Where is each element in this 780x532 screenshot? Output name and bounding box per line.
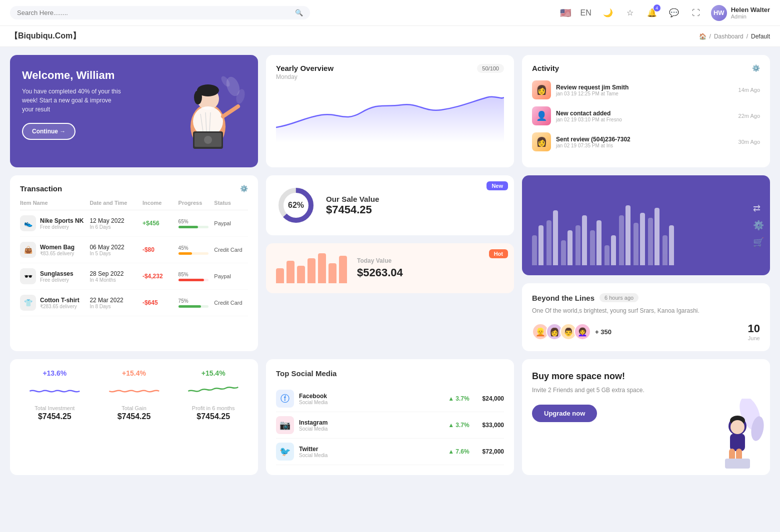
col-date: Date and Time xyxy=(90,200,140,206)
notification-icon[interactable]: 🔔 4 xyxy=(645,6,659,20)
stat-investment: +13.6% Total Investment $7454.25 xyxy=(20,369,90,465)
breadcrumb-separator: / xyxy=(710,33,711,40)
instagram-growth: ▲ 3.7% xyxy=(448,422,469,429)
twitter-icon: 🐦 xyxy=(276,443,294,461)
social-item-twitter: 🐦 Twitter Social Media ▲ 7.6% $72,000 xyxy=(276,439,504,465)
bar-pair-4 xyxy=(576,215,587,265)
beyond-footer: 👱 👩 👨 👩‍🦱 + 350 10 June xyxy=(532,322,760,341)
item-icon-4: 👕 xyxy=(20,295,36,311)
item-name-4: Cotton T-shirt xyxy=(40,297,80,304)
date-1: 12 May 2022 xyxy=(90,217,140,224)
table-row: 🕶️ SunglassesFree delivery 28 Sep 2022In… xyxy=(20,263,248,290)
transaction-settings-icon[interactable]: ⚙️ xyxy=(240,185,248,192)
bar-pair-10 xyxy=(662,225,674,265)
stat-profit: +15.4% Profit in 6 months $7454.25 xyxy=(178,369,248,465)
welcome-card: Welcome, William You have completed 40% … xyxy=(10,55,258,167)
language-label[interactable]: EN xyxy=(579,6,593,20)
facebook-icon: ⓕ xyxy=(276,390,294,408)
activity-info-2: New contact added jan 02 19 03:10 PM at … xyxy=(556,110,734,122)
dark-mode-toggle[interactable]: 🌙 xyxy=(601,6,615,20)
beyond-header: Beyond the Lines 6 hours ago xyxy=(532,293,760,302)
breadcrumb-current: Default xyxy=(751,33,770,40)
col-progress: Progress xyxy=(178,200,212,206)
date-sub-2: In 5 Days xyxy=(90,251,140,256)
bar-7 xyxy=(339,256,347,283)
donut-chart: 62% xyxy=(276,185,316,225)
top-navigation: 🔍 🇺🇸 EN 🌙 ☆ 🔔 4 💬 ⛶ HW Helen Walter Admi… xyxy=(0,0,780,26)
instagram-icon: 📷 xyxy=(276,416,294,434)
middle-column: New 62% Our Sale Value $7454.25 Hot xyxy=(266,175,514,351)
table-row: 👟 Nike Sports NKFree delivery 12 May 202… xyxy=(20,210,248,237)
stat-label-2: Total Gain xyxy=(122,405,146,411)
col-status: Status xyxy=(214,200,248,206)
hot-badge: Hot xyxy=(489,249,508,258)
search-icon: 🔍 xyxy=(295,9,303,16)
stat-gain: +15.4% Total Gain $7454.25 xyxy=(100,369,169,465)
social-item-instagram: 📷 Instagram Social Media ▲ 3.7% $33,000 xyxy=(276,412,504,439)
bottom-row: +13.6% Total Investment $7454.25 +15.4% … xyxy=(0,359,780,483)
bar-pair-9 xyxy=(648,208,660,265)
social-title: Top Social Media xyxy=(276,369,504,378)
twitter-name: Twitter xyxy=(299,446,328,453)
twitter-amount: $72,000 xyxy=(482,448,504,455)
avatar: HW xyxy=(711,5,727,21)
chart-cart-icon[interactable]: 🛒 xyxy=(753,237,764,248)
bar-6 xyxy=(328,263,336,283)
item-icon-3: 🕶️ xyxy=(20,268,36,284)
social-item-facebook: ⓕ Facebook Social Media ▲ 3.7% $24,000 xyxy=(276,386,504,412)
buy-description: Invite 2 Friends and get 5 GB extra spac… xyxy=(532,386,760,395)
item-sub-3: Free delivery xyxy=(40,277,74,283)
svg-point-25 xyxy=(730,420,744,434)
date-3: 28 Sep 2022 xyxy=(90,270,140,277)
activity-detail-1: jan 03 19 12:25 PM at Tame xyxy=(556,91,734,96)
sale-badge: New xyxy=(486,181,508,190)
activity-name-1: Review request jim Smith xyxy=(556,84,734,91)
expand-icon[interactable]: ⛶ xyxy=(689,6,703,20)
welcome-description: You have completed 40% of your this week… xyxy=(22,87,122,114)
instagram-type: Social Media xyxy=(299,426,328,432)
beyond-card: Beyond the Lines 6 hours ago One Of the … xyxy=(522,283,770,351)
brand-logo: 【Biqubiqu.Com】 xyxy=(10,31,80,41)
search-input[interactable] xyxy=(17,9,291,16)
item-info-2: 👜 Women Bag₹83.65 delivery xyxy=(20,242,88,258)
today-value-card: Hot Today Value $5263.04 xyxy=(266,243,514,293)
date-badge: 10 June xyxy=(748,322,760,341)
breadcrumb-dashboard[interactable]: Dashboard xyxy=(714,33,744,40)
bar-pair-6 xyxy=(604,235,616,265)
table-header: Item Name Date and Time Income Progress … xyxy=(20,200,248,210)
stat-percent-1: +13.6% xyxy=(42,369,66,377)
instagram-amount: $33,000 xyxy=(482,422,504,429)
facebook-name: Facebook xyxy=(299,393,328,400)
date-4: 22 Mar 2022 xyxy=(90,297,140,304)
item-info-4: 👕 Cotton T-shirt₹283.65 delivery xyxy=(20,295,88,311)
date-sub-1: In 6 Days xyxy=(90,224,140,230)
search-box[interactable]: 🔍 xyxy=(10,6,310,19)
progress-label-3: 85% xyxy=(178,272,212,277)
bar-pair-3 xyxy=(561,230,572,265)
stat-label-1: Total Investment xyxy=(34,405,74,411)
continue-button[interactable]: Continue → xyxy=(22,123,76,140)
bar-pair-2 xyxy=(546,210,558,265)
upgrade-button[interactable]: Upgrade now xyxy=(532,405,597,422)
status-3: Paypal xyxy=(214,273,248,279)
beyond-time: 6 hours ago xyxy=(600,293,638,302)
chart-shuffle-icon[interactable]: ⇄ xyxy=(753,203,764,214)
col-income: Income xyxy=(142,200,176,206)
income-3: -$4,232 xyxy=(142,273,176,280)
bar-5 xyxy=(318,253,326,283)
activity-settings-icon[interactable]: ⚙️ xyxy=(752,64,760,72)
bookmark-icon[interactable]: ☆ xyxy=(623,6,637,20)
chart-settings-icon[interactable]: ⚙️ xyxy=(753,220,764,231)
stat-value-3: $7454.25 xyxy=(196,412,230,421)
facebook-amount: $24,000 xyxy=(482,395,504,402)
beyond-description: One Of the world,s brightest, young surf… xyxy=(532,306,760,315)
social-media-card: Top Social Media ⓕ Facebook Social Media… xyxy=(266,359,514,475)
user-info: HW Helen Walter Admin xyxy=(711,5,770,21)
message-icon[interactable]: 💬 xyxy=(667,6,681,20)
date-number: 10 xyxy=(748,322,760,335)
activity-time-2: 22m Ago xyxy=(738,113,760,119)
sale-value-card: New 62% Our Sale Value $7454.25 xyxy=(266,175,514,235)
date-sub-3: In 4 Months xyxy=(90,277,140,283)
activity-title: Activity xyxy=(532,64,559,72)
buy-title: Buy more space now! xyxy=(532,371,760,382)
